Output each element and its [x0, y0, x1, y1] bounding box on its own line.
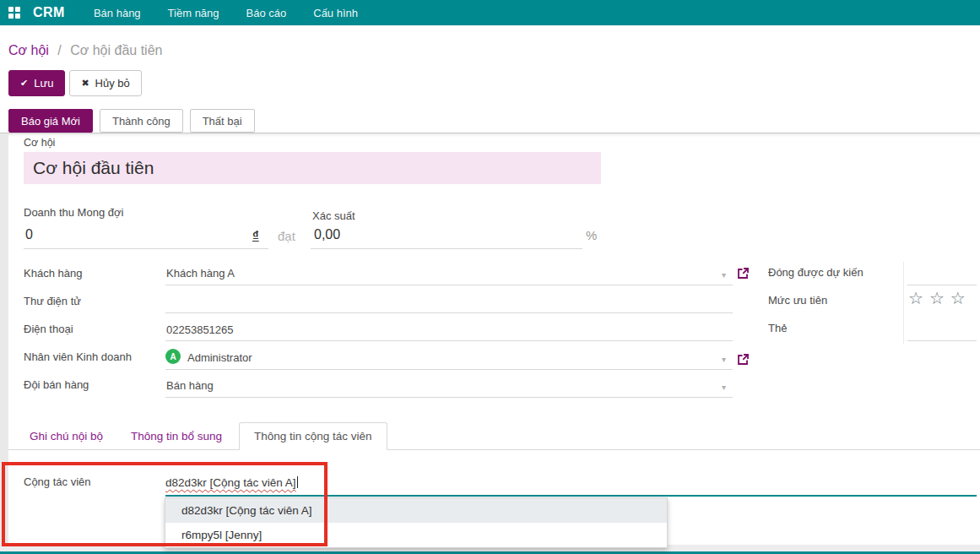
phone-underline	[165, 340, 733, 341]
menu-reporting[interactable]: Báo cáo	[246, 7, 287, 19]
email-underline[interactable]	[165, 312, 733, 313]
chevron-down-icon[interactable]: ▾	[722, 270, 726, 280]
tags-label: Thẻ	[768, 322, 787, 334]
customer-input[interactable]: Khách hàng A	[166, 267, 235, 280]
discard-button-label: Hủy bỏ	[95, 77, 130, 90]
expected-revenue-input[interactable]: 0	[25, 227, 33, 242]
salesperson-input[interactable]: Administrator	[187, 351, 252, 364]
salesperson-label: Nhân viên Kinh doanh	[24, 350, 132, 363]
sales-team-underline	[165, 397, 733, 398]
apps-grid-icon[interactable]	[8, 7, 20, 19]
menu-configuration[interactable]: Cấu hình	[313, 7, 358, 19]
email-label: Thư điện tử	[24, 295, 81, 307]
tab-collaborator-info[interactable]: Thông tin cộng tác viên	[239, 422, 387, 450]
expected-closing-label: Đóng được dự kiến	[768, 266, 864, 279]
save-button-label: Lưu	[34, 77, 53, 90]
breadcrumb-current: Cơ hội đầu tiên	[70, 43, 162, 57]
action-buttons: ✔ Lưu ✖ Hủy bỏ	[8, 70, 142, 96]
stage-lost[interactable]: Thất bại	[190, 109, 255, 133]
customer-label: Khách hàng	[24, 267, 82, 280]
crm-form-screen: CRM Bán hàng Tiềm năng Báo cáo Cấu hình …	[0, 0, 980, 554]
probability-input[interactable]: 0,00	[314, 227, 340, 242]
cross-icon: ✖	[81, 78, 89, 89]
opportunity-title-input[interactable]: Cơ hội đầu tiên	[24, 152, 601, 184]
menu-leads[interactable]: Tiềm năng	[168, 7, 219, 19]
phone-input[interactable]: 02253851265	[166, 323, 234, 336]
right-column-divider	[903, 262, 904, 344]
discard-button[interactable]: ✖ Hủy bỏ	[69, 70, 141, 96]
opportunity-label: Cơ hội	[24, 137, 55, 149]
customer-underline	[165, 285, 733, 285]
currency-dong-symbol: ₫	[252, 228, 259, 242]
tab-extra-info[interactable]: Thông tin bổ sung	[131, 430, 222, 443]
salesperson-underline	[165, 369, 733, 370]
priority-star-icons[interactable]: ☆☆☆	[908, 288, 972, 308]
save-button[interactable]: ✔ Lưu	[8, 70, 65, 96]
breadcrumb-separator: /	[57, 43, 61, 57]
stage-bar: Báo giá Mới Thành công Thất bại	[8, 109, 255, 133]
sales-team-input[interactable]: Bán hàng	[166, 379, 214, 392]
breadcrumb: Cơ hội / Cơ hội đầu tiên	[8, 43, 162, 58]
tags-underline[interactable]	[907, 340, 977, 341]
menu-sales[interactable]: Bán hàng	[94, 7, 141, 19]
chevron-down-icon[interactable]: ▾	[722, 383, 726, 392]
breadcrumb-parent[interactable]: Cơ hội	[8, 43, 49, 57]
app-brand[interactable]: CRM	[33, 5, 65, 20]
expected-revenue-label: Doanh thu Mong đợi	[24, 206, 123, 219]
salesperson-avatar: A	[165, 349, 181, 364]
expected-revenue-underline	[24, 248, 268, 249]
stage-new-quote[interactable]: Báo giá Mới	[8, 109, 93, 133]
stage-won[interactable]: Thành công	[100, 109, 183, 133]
phone-label: Điện thoại	[24, 323, 73, 335]
probability-underline	[311, 248, 582, 249]
external-link-icon[interactable]	[737, 353, 750, 366]
expected-closing-underline[interactable]	[907, 285, 977, 285]
notebook-border	[8, 449, 980, 450]
chevron-down-icon[interactable]: ▾	[722, 355, 726, 364]
at-word: đạt	[278, 229, 295, 243]
sales-team-label: Đội bán hàng	[24, 378, 89, 391]
external-link-icon[interactable]	[737, 267, 750, 280]
probability-label: Xác suất	[312, 209, 355, 222]
percent-symbol: %	[586, 228, 597, 242]
check-icon: ✔	[20, 78, 28, 89]
top-navbar: CRM Bán hàng Tiềm năng Báo cáo Cấu hình	[0, 0, 980, 25]
tab-internal-notes[interactable]: Ghi chú nội bộ	[30, 430, 103, 443]
red-highlight-annotation	[2, 462, 328, 546]
priority-label: Mức ưu tiên	[768, 294, 827, 307]
